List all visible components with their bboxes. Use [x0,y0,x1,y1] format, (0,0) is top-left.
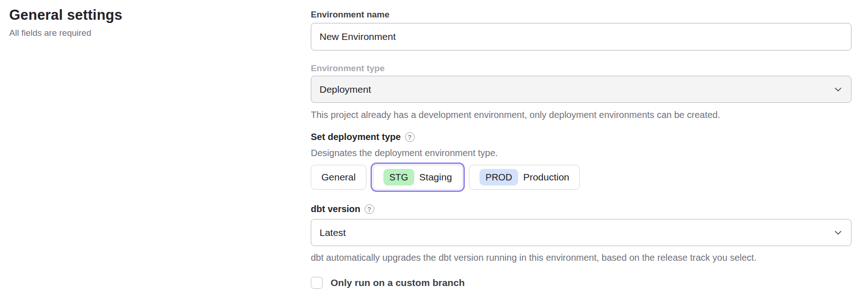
deployment-type-options: General STG Staging PROD Production [311,163,851,192]
environment-type-value: Deployment [320,84,371,95]
deployment-type-production-button[interactable]: PROD Production [469,165,580,190]
page-title: General settings [9,6,122,25]
environment-name-input[interactable] [311,23,851,50]
custom-branch-label[interactable]: Only run on a custom branch [331,277,465,288]
deployment-type-general-button[interactable]: General [311,165,366,190]
staging-badge: STG [383,169,414,185]
environment-settings-page: General settings All fields are required… [0,0,868,303]
custom-branch-row: Only run on a custom branch [311,276,851,289]
production-badge: PROD [480,169,518,185]
help-icon[interactable]: ? [405,132,415,142]
deployment-type-label: Set deployment type [311,131,401,143]
dbt-version-label: dbt version [311,203,360,215]
environment-type-helper: This project already has a development e… [311,109,851,121]
dbt-version-helper: dbt automatically upgrades the dbt versi… [311,252,851,264]
page-header: General settings All fields are required [9,6,122,39]
general-button-label: General [321,172,356,183]
dbt-version-select[interactable]: Latest [311,219,851,246]
page-subtitle: All fields are required [9,27,122,39]
deployment-type-helper: Designates the deployment environment ty… [311,147,851,159]
staging-button-label: Staging [419,172,452,183]
dbt-version-label-row: dbt version ? [311,203,851,215]
environment-type-label: Environment type [311,63,851,74]
deployment-type-staging-button[interactable]: STG Staging [373,165,463,190]
dbt-version-value: Latest [320,227,346,238]
general-settings-form: Environment name Environment type Deploy… [311,9,851,289]
custom-branch-checkbox[interactable] [311,277,323,289]
chevron-down-icon [834,230,842,235]
environment-name-label: Environment name [311,9,851,20]
deployment-type-label-row: Set deployment type ? [311,131,851,143]
chevron-down-icon [834,87,842,92]
staging-selected-ring[interactable]: STG Staging [371,163,465,192]
help-icon[interactable]: ? [365,204,374,214]
environment-type-select: Deployment [311,76,851,103]
production-button-label: Production [523,172,569,183]
